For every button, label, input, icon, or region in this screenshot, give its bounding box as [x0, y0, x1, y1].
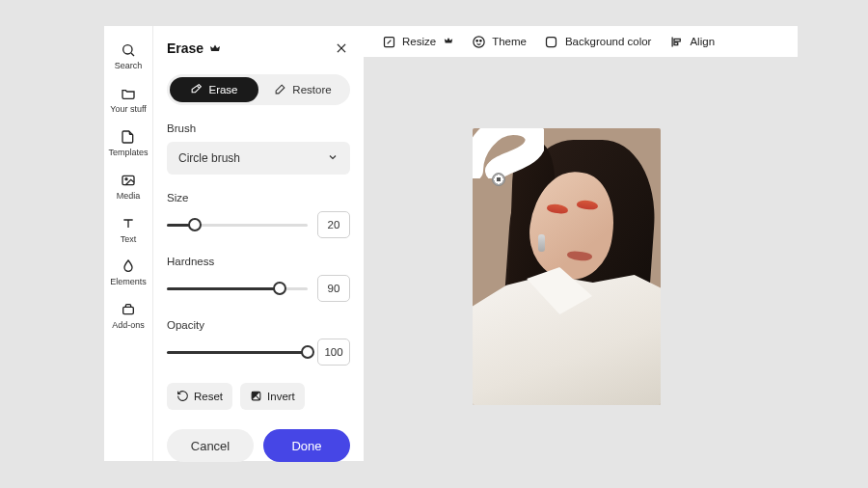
erase-stroke: [473, 128, 544, 178]
search-icon: [120, 41, 137, 59]
brush-dropdown[interactable]: Circle brush: [167, 142, 350, 175]
close-button[interactable]: [333, 40, 350, 57]
sidebar-item-label: Your stuff: [110, 105, 147, 115]
sidebar-item-label: Text: [121, 235, 137, 245]
svg-rect-4: [123, 308, 134, 314]
hardness-slider[interactable]: [167, 280, 308, 297]
theme-tool[interactable]: Theme: [465, 30, 532, 53]
sidebar-item-label: Add-ons: [112, 321, 145, 331]
media-icon: [120, 172, 137, 189]
canvas-toolbar: Resize Theme Background color Align: [364, 26, 798, 57]
sidebar-item-media[interactable]: Media: [104, 172, 152, 202]
align-tool[interactable]: Align: [663, 30, 720, 53]
premium-crown-icon: [444, 36, 453, 47]
sidebar-item-templates[interactable]: Templates: [104, 128, 152, 158]
elements-icon: [120, 258, 137, 275]
svg-point-11: [479, 40, 481, 41]
restore-mode-button[interactable]: Restore: [258, 77, 347, 102]
reset-button[interactable]: Reset: [167, 383, 232, 410]
text-icon: [120, 215, 137, 232]
sidebar-item-label: Elements: [110, 278, 147, 287]
resize-icon: [381, 34, 396, 49]
canvas-image[interactable]: [473, 128, 661, 405]
hardness-label: Hardness: [167, 256, 350, 267]
sidebar-item-elements[interactable]: Elements: [104, 258, 152, 287]
brush-dropdown-value: Circle brush: [178, 151, 240, 165]
mode-segmented-control: Erase Restore: [167, 74, 350, 105]
size-slider-thumb[interactable]: [188, 218, 202, 231]
panel-header: Erase: [167, 40, 350, 57]
svg-rect-15: [674, 42, 678, 45]
invert-label: Invert: [267, 391, 295, 402]
size-value-input[interactable]: 20: [317, 211, 350, 238]
sidebar-item-label: Templates: [108, 149, 148, 158]
resize-tool[interactable]: Resize: [375, 30, 459, 53]
sidebar-item-label: Search: [115, 62, 143, 71]
panel-title: Erase: [167, 41, 203, 56]
opacity-slider[interactable]: [167, 343, 308, 361]
svg-point-0: [123, 45, 132, 54]
brush-cursor: [492, 173, 505, 186]
theme-label: Theme: [492, 36, 527, 47]
erase-mode-button[interactable]: Erase: [170, 77, 258, 102]
sidebar-item-add-ons[interactable]: Add-ons: [104, 301, 152, 331]
left-sidebar: Search Your stuff Templates Media Text: [104, 26, 152, 461]
align-label: Align: [690, 36, 715, 47]
brush-icon: [274, 83, 286, 97]
invert-button[interactable]: Invert: [240, 383, 305, 410]
done-button[interactable]: Done: [263, 429, 350, 462]
reset-icon: [176, 390, 189, 404]
opacity-label: Opacity: [167, 319, 350, 331]
chevron-down-icon: [327, 151, 339, 166]
hardness-slider-thumb[interactable]: [273, 282, 286, 295]
invert-icon: [250, 390, 262, 404]
size-label: Size: [167, 192, 350, 203]
template-icon: [120, 128, 137, 146]
align-icon: [668, 34, 684, 49]
restore-mode-label: Restore: [292, 84, 331, 95]
background-color-label: Background color: [565, 36, 652, 47]
sidebar-item-label: Media: [117, 192, 141, 202]
eraser-icon: [190, 83, 203, 97]
erase-panel: Erase Erase Restore: [152, 26, 364, 461]
folder-icon: [120, 85, 137, 102]
sidebar-item-your-stuff[interactable]: Your stuff: [104, 85, 152, 115]
background-color-icon: [544, 34, 559, 49]
svg-rect-12: [547, 37, 556, 46]
svg-point-3: [125, 177, 127, 179]
svg-line-1: [131, 53, 134, 56]
svg-rect-14: [674, 39, 680, 41]
opacity-value-input[interactable]: 100: [317, 339, 350, 366]
hardness-value-input[interactable]: 90: [317, 275, 350, 302]
addons-icon: [120, 301, 137, 318]
sidebar-item-text[interactable]: Text: [104, 215, 152, 245]
svg-point-9: [474, 36, 484, 46]
opacity-slider-thumb[interactable]: [301, 345, 314, 359]
premium-crown-icon: [209, 42, 221, 54]
brush-label: Brush: [167, 122, 350, 134]
cancel-button[interactable]: Cancel: [167, 429, 254, 462]
sidebar-item-search[interactable]: Search: [104, 41, 152, 71]
resize-label: Resize: [402, 36, 436, 47]
portrait-earring: [538, 234, 545, 252]
reset-label: Reset: [194, 391, 223, 402]
erase-mode-label: Erase: [208, 84, 237, 95]
svg-point-10: [476, 40, 478, 41]
theme-icon: [471, 34, 486, 49]
background-color-tool[interactable]: Background color: [538, 30, 658, 53]
size-slider[interactable]: [167, 216, 308, 233]
